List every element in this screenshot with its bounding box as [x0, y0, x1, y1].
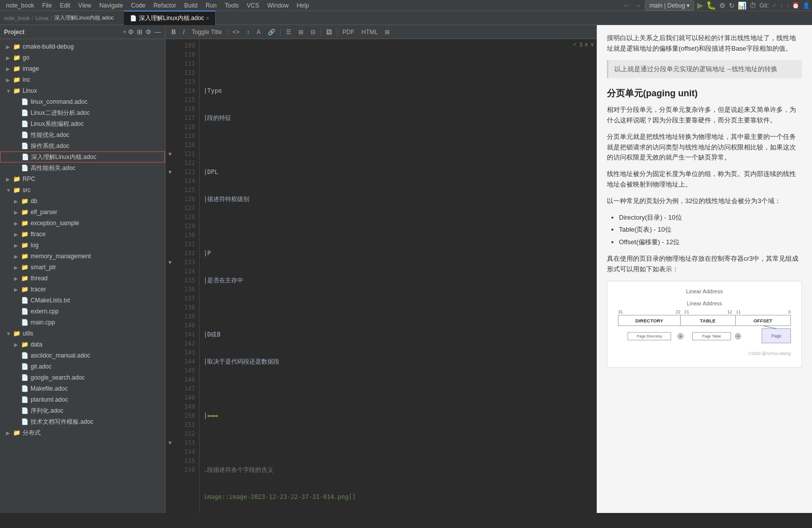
sidebar-item-linux[interactable]: ▼ 📁 Linux [0, 85, 165, 96]
build-icon[interactable]: ⚙ [719, 2, 726, 10]
sidebar-item-exception[interactable]: ▶ 📁 exception_sample [0, 218, 165, 229]
sidebar-item-db[interactable]: ▶ 📁 db [0, 196, 165, 207]
sidebar-item-asciidoc[interactable]: 📄 asciidoc_manual.adoc [0, 350, 165, 361]
sidebar-item-distributed[interactable]: ▶ 📁 分布式 [0, 427, 165, 438]
sidebar-item-utils[interactable]: ▼ 📁 utils [0, 328, 165, 339]
clock-icon[interactable]: ⏱ [749, 2, 756, 10]
sidebar-item-linux-sys[interactable]: 📄 Linux系统编程.adoc [0, 118, 165, 129]
sidebar-item-git[interactable]: 📄 git.adoc [0, 361, 165, 372]
sidebar-item-cmake-txt[interactable]: 📄 CMakeLists.txt [0, 295, 165, 306]
sidebar-item-tracer[interactable]: ▶ 📁 tracer [0, 284, 165, 295]
menu-tools[interactable]: Tools [221, 0, 243, 11]
toolbar-list3[interactable]: ⊟ [308, 28, 317, 37]
sidebar-item-inc[interactable]: ▶ 📁 inc [0, 74, 165, 85]
sidebar-item-linux-kernel[interactable]: 📄 深入理解Linux内核.adoc [0, 151, 165, 162]
back-icon[interactable]: ← [623, 1, 631, 10]
toolbar-list1[interactable]: ☰ [284, 28, 293, 37]
menu-code[interactable]: Code [127, 0, 149, 11]
toolbar-italic[interactable]: I [181, 28, 187, 37]
breadcrumb-root[interactable]: note_book [4, 15, 30, 21]
sidebar-item-data[interactable]: ▶ 📁 data [0, 339, 165, 350]
menu-notebook[interactable]: note_book [2, 0, 38, 11]
branch-selector[interactable]: main | Debug ▾ [645, 1, 695, 11]
code-line-119: |D或B [204, 330, 592, 339]
sidebar-item-makefile[interactable]: 📄 Makefile.adoc [0, 383, 165, 394]
menu-file[interactable]: File [38, 0, 56, 11]
git-arrow2[interactable]: ↑ [786, 2, 789, 9]
menu-help[interactable]: Help [292, 0, 313, 11]
preview-intro: 摸明白以上关系之后我们就可以轻松的计算出线性地址了，线性地址就是逻辑地址的偏移量… [607, 33, 802, 54]
sidebar-item-log[interactable]: ▶ 📁 log [0, 240, 165, 251]
menu-window[interactable]: Window [263, 0, 293, 11]
forward-icon[interactable]: → [634, 1, 642, 10]
toolbar-code[interactable]: <> [231, 28, 242, 37]
folder-icon-mem: 📁 [21, 253, 29, 260]
toolbar-font[interactable]: A [255, 28, 263, 37]
sidebar-item-os[interactable]: 📄 操作系统.adoc [0, 140, 165, 151]
chevron-up-icon[interactable]: ∧ [584, 41, 588, 48]
debug-icon[interactable]: 🐛 [706, 1, 716, 10]
diagram-title: Linear Address [613, 287, 795, 296]
sidebar-item-extern-cpp[interactable]: 📄 extern.cpp [0, 306, 165, 317]
menu-navigate[interactable]: Navigate [95, 0, 127, 11]
sidebar-item-cmake[interactable]: ▶ 📁 cmake-build-debug [0, 41, 165, 52]
sidebar-item-serialize[interactable]: 📄 序列化.adoc [0, 405, 165, 416]
sidebar-split-icon[interactable]: ⊞ [137, 28, 142, 36]
toolbar-pdf[interactable]: PDF [341, 28, 357, 37]
toolbar-bold[interactable]: B [170, 28, 178, 37]
menu-vcs[interactable]: VCS [243, 0, 263, 11]
menu-view[interactable]: View [74, 0, 95, 11]
sidebar-collapse-icon[interactable]: — [154, 28, 161, 36]
sidebar-item-src[interactable]: ▼ 📁 src [0, 185, 165, 196]
sidebar-item-thread[interactable]: ▶ 📁 thread [0, 273, 165, 284]
sidebar-item-memory[interactable]: ▶ 📁 memory_management [0, 251, 165, 262]
tab-main[interactable]: 📄 深入理解Linux内核.adoc × [124, 11, 216, 26]
sidebar-item-tech-doc[interactable]: 📄 技术文档写作模板.adoc [0, 416, 165, 427]
sidebar-item-elf[interactable]: ▶ 📁 elf_parser [0, 207, 165, 218]
profile-icon[interactable]: 📊 [738, 2, 746, 10]
sidebar-settings-icon[interactable]: ⚙ [128, 28, 134, 36]
sidebar-item-smart-ptr[interactable]: ▶ 📁 smart_ptr [0, 262, 165, 273]
sidebar-item-google[interactable]: 📄 google_search.adoc [0, 372, 165, 383]
menu-edit[interactable]: Edit [56, 0, 74, 11]
tree-label-p2: 高性能相关.adoc [31, 164, 75, 172]
tab-close-button[interactable]: × [206, 16, 209, 21]
sidebar-item-linux-binary[interactable]: 📄 Linux二进制分析.adoc [0, 107, 165, 118]
breadcrumb-file[interactable]: 深入理解Linux内核.adoc [54, 14, 114, 22]
toolbar-table[interactable]: ⊞ [383, 28, 392, 37]
sidebar-item-rpc[interactable]: ▶ 📁 RPC [0, 173, 165, 185]
toolbar-toggle-title[interactable]: Toggle Title [190, 28, 224, 37]
menu-run[interactable]: Run [202, 0, 221, 11]
sidebar-item-ftrace[interactable]: ▶ 📁 ftrace [0, 229, 165, 240]
tree-label-google: google_search.adoc [31, 374, 85, 381]
sidebar-item-perf[interactable]: 📄 性能优化.adoc [0, 129, 165, 140]
toolbar-html[interactable]: HTML [360, 28, 380, 37]
reload-icon[interactable]: ↻ [729, 2, 735, 10]
toolbar-list2[interactable]: ⊞ [296, 28, 305, 37]
git-clock[interactable]: ⏰ [792, 2, 799, 9]
git-arrow1[interactable]: ↑ [780, 2, 783, 9]
chevron-down-icon[interactable]: ∨ [590, 41, 594, 48]
git-check[interactable]: ✓ [772, 2, 777, 9]
breadcrumb-linux[interactable]: Linux [35, 15, 48, 21]
sidebar-item-perf2[interactable]: 📄 高性能相关.adoc [0, 162, 165, 173]
tree-arrow-mem: ▶ [14, 254, 21, 259]
file-icon-cmake-txt: 📄 [21, 297, 29, 304]
toolbar-arrow[interactable]: ↕ [245, 28, 252, 37]
sidebar-item-go[interactable]: ▶ 📁 go [0, 52, 165, 63]
sidebar-gear2-icon[interactable]: ⚙ [145, 28, 151, 36]
toolbar-link[interactable]: 🔗 [266, 28, 277, 37]
git-user[interactable]: 👤 [802, 2, 810, 9]
code-editor[interactable]: |Type |段的特征 |DPL |描述符特权级别 |P |是否在主存中 |D或… [200, 39, 596, 513]
sidebar-icons: ⚙ ⊞ ⚙ — [128, 28, 161, 36]
sidebar-item-image[interactable]: ▶ 📁 image [0, 63, 165, 74]
sidebar-item-plantuml[interactable]: 📄 plantuml.adoc [0, 394, 165, 405]
tree-arrow-db: ▶ [14, 199, 21, 204]
sidebar-item-main-cpp[interactable]: 📄 main.cpp [0, 317, 165, 328]
run-icon[interactable]: ▶ [697, 1, 703, 10]
menu-refactor[interactable]: Refactor [149, 0, 180, 11]
toolbar-image[interactable]: 🖼 [324, 28, 334, 37]
menu-build[interactable]: Build [180, 0, 202, 11]
tree-label-elf: elf_parser [31, 209, 57, 216]
sidebar-item-linux-command[interactable]: 📄 linux_command.adoc [0, 96, 165, 107]
